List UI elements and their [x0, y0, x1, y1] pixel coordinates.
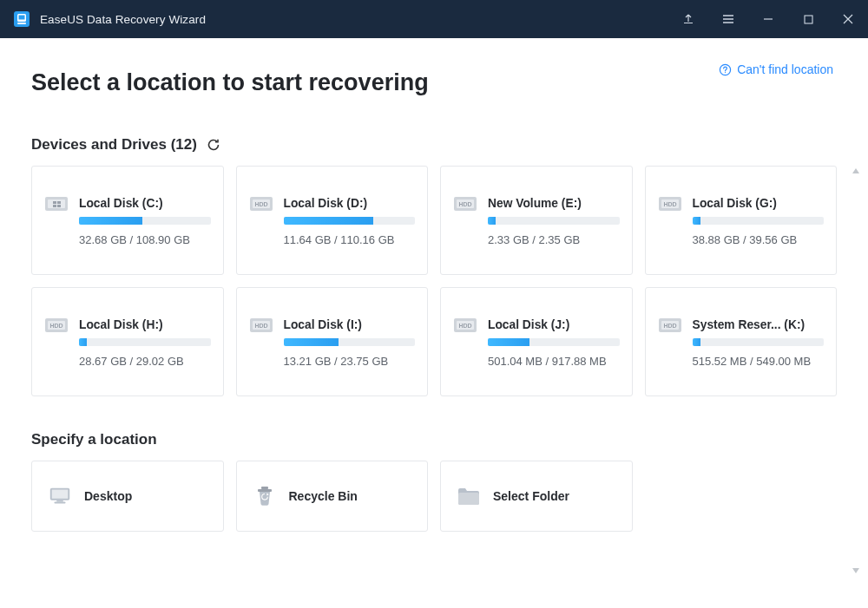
specify-section-label: Specify a location [31, 431, 157, 448]
drive-name: System Reser... (K:) [693, 318, 825, 331]
content-area: Can't find location Select a location to… [0, 38, 868, 608]
location-name: Recycle Bin [289, 489, 358, 503]
drive-usage-bar [488, 338, 620, 346]
drive-usage-bar [693, 338, 825, 346]
scroll-down-icon [852, 568, 859, 573]
app-logo-icon [12, 10, 31, 29]
drive-card[interactable]: HDDLocal Disk (H:)28.67 GB / 29.02 GB [31, 287, 224, 396]
drive-usage-text: 501.04 MB / 917.88 MB [488, 355, 620, 368]
drive-usage-text: 38.88 GB / 39.56 GB [693, 233, 825, 246]
refresh-button[interactable] [206, 137, 221, 153]
drives-section-label: Devices and Drives (12) [31, 136, 197, 154]
specify-section-head: Specify a location [31, 431, 837, 448]
drive-card[interactable]: HDDSystem Reser... (K:)515.52 MB / 549.0… [645, 287, 838, 396]
menu-button[interactable] [708, 0, 748, 38]
scroll-indicator[interactable] [852, 168, 859, 573]
app-title: EaseUS Data Recovery Wizard [40, 13, 206, 26]
folder-icon [457, 484, 481, 508]
drive-usage-bar [693, 217, 825, 225]
drive-usage-bar [284, 338, 416, 346]
location-card[interactable]: Select Folder [440, 461, 633, 532]
drive-name: Local Disk (J:) [488, 318, 620, 331]
drive-usage-bar [79, 338, 211, 346]
drive-card[interactable]: HDDNew Volume (E:)2.33 GB / 2.35 GB [440, 166, 633, 275]
location-card[interactable]: Desktop [31, 461, 224, 532]
svg-text:HDD: HDD [458, 323, 471, 329]
recycle-icon [253, 484, 277, 508]
drive-name: Local Disk (G:) [693, 197, 825, 210]
minimize-button[interactable] [748, 0, 788, 38]
svg-rect-2 [19, 16, 25, 20]
svg-rect-9 [53, 201, 56, 204]
svg-text:HDD: HDD [458, 201, 471, 207]
drive-name: New Volume (E:) [488, 197, 620, 210]
help-icon [719, 63, 732, 76]
cant-find-location-link[interactable]: Can't find location [719, 62, 833, 76]
location-card[interactable]: Recycle Bin [236, 461, 429, 532]
svg-rect-39 [258, 489, 272, 492]
close-button[interactable] [828, 0, 868, 38]
drive-name: Local Disk (I:) [284, 318, 416, 331]
svg-rect-38 [261, 487, 268, 489]
svg-text:HDD: HDD [663, 323, 676, 329]
svg-point-6 [725, 71, 726, 72]
drive-icon: HDD [453, 312, 479, 338]
drive-usage-text: 2.33 GB / 2.35 GB [488, 233, 620, 246]
drives-section-head: Devices and Drives (12) [31, 136, 837, 154]
svg-text:HDD: HDD [254, 323, 267, 329]
location-name: Desktop [84, 489, 132, 503]
cant-find-location-label: Can't find location [737, 62, 833, 76]
drive-usage-bar [488, 217, 620, 225]
svg-rect-4 [805, 16, 812, 23]
drive-usage-bar [79, 217, 211, 225]
refresh-icon [207, 138, 220, 152]
drive-name: Local Disk (D:) [284, 197, 416, 210]
drive-icon [44, 191, 70, 217]
drive-usage-text: 28.67 GB / 29.02 GB [79, 355, 211, 368]
drive-name: Local Disk (H:) [79, 318, 211, 331]
svg-rect-10 [57, 201, 61, 204]
drive-usage-text: 11.64 GB / 110.16 GB [284, 233, 416, 246]
drive-usage-text: 32.68 GB / 108.90 GB [79, 233, 211, 246]
location-name: Select Folder [493, 489, 569, 503]
drive-usage-bar [284, 217, 416, 225]
drive-icon: HDD [249, 191, 275, 217]
drive-card[interactable]: HDDLocal Disk (I:)13.21 GB / 23.75 GB [236, 287, 429, 396]
svg-text:HDD: HDD [49, 323, 62, 329]
svg-text:HDD: HDD [663, 201, 676, 207]
svg-rect-11 [53, 205, 56, 207]
drive-usage-text: 515.52 MB / 549.00 MB [693, 355, 825, 368]
drive-usage-text: 13.21 GB / 23.75 GB [284, 355, 416, 368]
drive-icon: HDD [658, 191, 684, 217]
svg-rect-37 [54, 502, 65, 504]
svg-rect-3 [17, 23, 26, 24]
drive-icon: HDD [658, 312, 684, 338]
drive-icon: HDD [453, 191, 479, 217]
maximize-button[interactable] [788, 0, 828, 38]
svg-rect-12 [57, 205, 61, 207]
drive-card[interactable]: HDDLocal Disk (D:)11.64 GB / 110.16 GB [236, 166, 429, 275]
drive-card[interactable]: HDDLocal Disk (G:)38.88 GB / 39.56 GB [645, 166, 838, 275]
drive-name: Local Disk (C:) [79, 197, 211, 210]
drive-icon: HDD [44, 312, 70, 338]
svg-rect-40 [458, 493, 479, 505]
drive-icon: HDD [249, 312, 275, 338]
svg-rect-35 [52, 490, 69, 499]
drive-card[interactable]: HDDLocal Disk (J:)501.04 MB / 917.88 MB [440, 287, 633, 396]
page-title: Select a location to start recovering [31, 69, 837, 96]
svg-rect-36 [56, 500, 62, 502]
upgrade-button[interactable] [668, 0, 708, 38]
location-grid: DesktopRecycle BinSelect Folder [31, 461, 837, 532]
desktop-icon [48, 484, 72, 508]
drive-grid: Local Disk (C:)32.68 GB / 108.90 GBHDDLo… [31, 166, 837, 396]
svg-text:HDD: HDD [254, 201, 267, 207]
titlebar: EaseUS Data Recovery Wizard [0, 0, 868, 38]
drive-card[interactable]: Local Disk (C:)32.68 GB / 108.90 GB [31, 166, 224, 275]
